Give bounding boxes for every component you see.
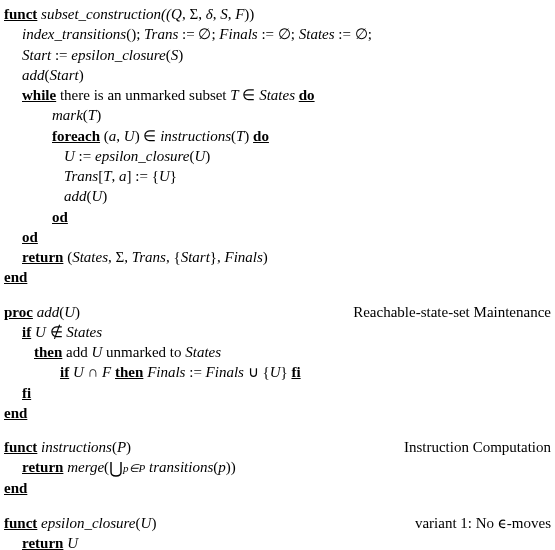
line-end: end [4, 403, 551, 423]
header-line: Reachable-state-set Maintenance proc add… [4, 302, 551, 322]
line-init: index_transitions(); Trans := ∅; Finals … [4, 24, 551, 44]
proc-subset-construction: funct subset_construction((Q, Σ, δ, S, F… [4, 4, 551, 288]
line-fi: fi [4, 383, 551, 403]
line-foreach: foreach (a, U) ∈ instructions(T) do [4, 126, 551, 146]
line-return: return U [4, 533, 551, 550]
funct-epsilon-closure: variant 1: No ϵ-moves funct epsilon_clos… [4, 513, 551, 551]
line-add-u: add(U) [4, 186, 551, 206]
big-union-icon [109, 460, 123, 478]
line-return: return merge(p∈P transitions(p)) [4, 457, 551, 478]
line-start: Start := epsilon_closure(S) [4, 45, 551, 65]
proc-add: Reachable-state-set Maintenance proc add… [4, 302, 551, 424]
comment: variant 1: No ϵ-moves [415, 513, 551, 533]
line-end: end [4, 267, 551, 287]
comment: Instruction Computation [404, 437, 551, 457]
header-line: Instruction Computation funct instructio… [4, 437, 551, 457]
header-line: variant 1: No ϵ-moves funct epsilon_clos… [4, 513, 551, 533]
line-trans: Trans[T, a] := {U} [4, 166, 551, 186]
line-od-inner: od [4, 207, 551, 227]
line-inner-if: if U ∩ F then Finals := Finals ∪ {U} fi [4, 362, 551, 382]
line-add-start: add(Start) [4, 65, 551, 85]
line-while: while there is an unmarked subset T ∈ St… [4, 85, 551, 105]
line-od-outer: od [4, 227, 551, 247]
func-name: subset_construction [41, 6, 161, 22]
line-return: return (States, Σ, Trans, {Start}, Final… [4, 247, 551, 267]
funct-kw: funct [4, 6, 37, 22]
funct-instructions: Instruction Computation funct instructio… [4, 437, 551, 499]
line-if: if U ∉ States [4, 322, 551, 342]
comment: Reachable-state-set Maintenance [353, 302, 551, 322]
header-line: funct subset_construction((Q, Σ, δ, S, F… [4, 4, 551, 24]
line-end: end [4, 478, 551, 498]
line-u-ec: U := epsilon_closure(U) [4, 146, 551, 166]
line-mark: mark(T) [4, 105, 551, 125]
line-then: then add U unmarked to States [4, 342, 551, 362]
